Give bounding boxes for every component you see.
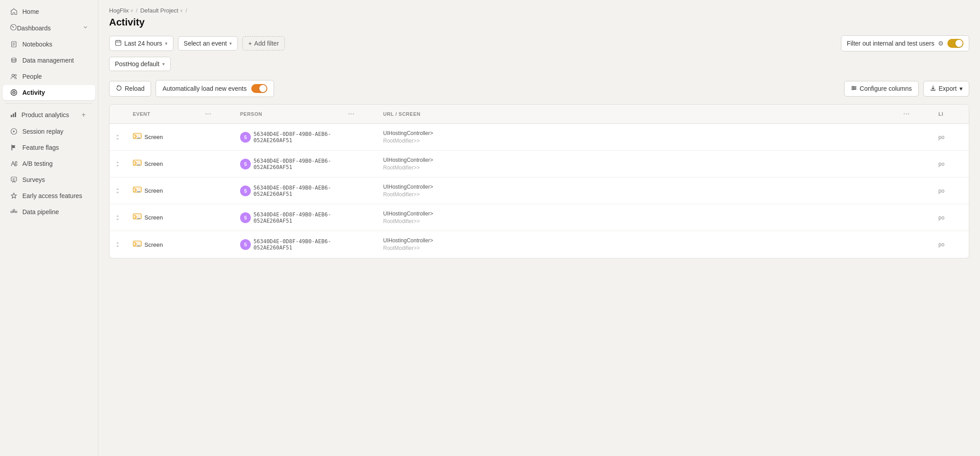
expand-icon[interactable] [115, 134, 120, 140]
filter-bar-2: PostHog default ▾ [109, 57, 969, 71]
expand-icon[interactable] [115, 161, 120, 167]
avatar[interactable]: 5 [240, 212, 251, 223]
export-icon [930, 85, 936, 93]
td-event: Screen [127, 128, 217, 146]
expand-icon[interactable] [115, 215, 120, 221]
screen-event-icon [133, 133, 142, 141]
td-url-sep [915, 160, 933, 169]
td-url-sep [915, 133, 933, 142]
th-url-more [915, 105, 933, 123]
chevron-right-icon: ∨ [130, 8, 133, 13]
chevron-down-icon: ▾ [229, 41, 232, 46]
avatar[interactable]: 5 [240, 132, 251, 143]
screen-event-icon [133, 186, 142, 195]
sidebar-item-feature-flags[interactable]: Feature flags [3, 140, 95, 155]
table-row: Screen 5 56340D4E-0D8F-49B0-AEB6-052AE26… [110, 204, 969, 231]
sidebar-item-label: Dashboards [17, 25, 51, 32]
column-options-icon[interactable]: ··· [903, 110, 910, 118]
expand-icon[interactable] [115, 241, 120, 248]
td-event-sep [217, 213, 235, 222]
sidebar-item-notebooks[interactable]: Notebooks [3, 37, 95, 52]
add-filter-button[interactable]: + Add filter [242, 36, 284, 51]
svg-rect-13 [12, 145, 13, 151]
avatar[interactable]: 5 [240, 186, 251, 196]
breadcrumb-hogflix[interactable]: HogFlix ∨ [109, 7, 133, 14]
table-row: Screen 5 56340D4E-0D8F-49B0-AEB6-052AE26… [110, 231, 969, 258]
sidebar-item-label: Home [22, 8, 39, 15]
reload-label: Reload [125, 85, 144, 92]
sidebar-item-product-analytics[interactable]: Product analytics + [3, 107, 95, 123]
column-options-icon[interactable]: ··· [348, 110, 355, 118]
person-id: 56340D4E-0D8F-49B0-AEB6-052AE260AF51 [253, 131, 355, 144]
chevron-down-icon: ▾ [162, 61, 165, 67]
sidebar-item-data-management[interactable]: Data management [3, 53, 95, 68]
column-options-icon[interactable]: ··· [205, 110, 211, 118]
main-content: HogFlix ∨ / Default Project ∨ / Activity… [98, 0, 980, 456]
svg-rect-9 [11, 115, 12, 117]
td-event: Screen [127, 236, 217, 253]
breadcrumb-project[interactable]: Default Project ∨ [140, 7, 183, 14]
svg-rect-22 [133, 133, 141, 139]
plus-icon: + [248, 40, 252, 47]
time-range-filter[interactable]: Last 24 hours ▾ [109, 36, 173, 51]
sidebar-item-people[interactable]: People [3, 69, 95, 84]
breadcrumb: HogFlix ∨ / Default Project ∨ / [98, 0, 980, 16]
event-name: Screen [144, 187, 163, 194]
select-event-filter[interactable]: Select an event ▾ [178, 36, 238, 51]
td-event-sep [217, 186, 235, 195]
configure-icon [851, 85, 857, 93]
toggle-switch[interactable] [947, 39, 963, 48]
td-person-sep [360, 133, 378, 142]
session-replay-icon [10, 127, 18, 135]
configure-columns-button[interactable]: Configure columns [844, 81, 919, 97]
td-url: UIHostingController>RootModifier>> [378, 206, 915, 230]
sidebar-item-data-pipeline[interactable]: Data pipeline [3, 204, 95, 220]
person-id: 56340D4E-0D8F-49B0-AEB6-052AE260AF51 [253, 158, 355, 170]
filter-internal-toggle[interactable] [947, 39, 963, 48]
gear-icon[interactable]: ⚙ [938, 40, 944, 47]
sidebar-item-activity[interactable]: Activity [3, 85, 95, 100]
posthog-default-filter[interactable]: PostHog default ▾ [109, 57, 171, 71]
avatar[interactable]: 5 [240, 239, 251, 250]
sidebar-item-session-replay[interactable]: Session replay [3, 124, 95, 139]
sidebar-item-home[interactable]: Home [3, 4, 95, 19]
person-id: 56340D4E-0D8F-49B0-AEB6-052AE260AF51 [253, 238, 355, 251]
td-person: 5 56340D4E-0D8F-49B0-AEB6-052AE260AF51 [235, 234, 360, 255]
data-pipeline-icon [10, 208, 18, 216]
event-name: Screen [144, 160, 163, 167]
svg-rect-28 [133, 214, 141, 219]
td-url-sep [915, 186, 933, 195]
td-li: po [933, 183, 969, 198]
td-url-sep [915, 240, 933, 249]
table-row: Screen 5 56340D4E-0D8F-49B0-AEB6-052AE26… [110, 124, 969, 151]
toggle-switch[interactable] [251, 84, 267, 93]
td-url-sep [915, 213, 933, 222]
content-area: Last 24 hours ▾ Select an event ▾ + Add … [98, 35, 980, 456]
td-url: UIHostingController>RootModifier>> [378, 152, 915, 176]
event-name: Screen [144, 241, 163, 248]
expand-icon[interactable] [115, 188, 120, 194]
table-row: Screen 5 56340D4E-0D8F-49B0-AEB6-052AE26… [110, 177, 969, 204]
th-url: URL / SCREEN ··· [378, 105, 915, 123]
sidebar-item-surveys[interactable]: Surveys [3, 172, 95, 187]
add-filter-label: Add filter [254, 40, 279, 47]
td-person-sep [360, 240, 378, 249]
avatar[interactable]: 5 [240, 159, 251, 169]
td-li: po [933, 210, 969, 225]
export-button[interactable]: Export ▾ [923, 81, 969, 97]
auto-load-toggle[interactable] [251, 84, 267, 93]
sidebar-item-label: People [22, 73, 42, 80]
sidebar-item-ab-testing[interactable]: A/B testing [3, 156, 95, 171]
plus-icon[interactable]: + [79, 110, 88, 119]
th-event: EVENT ··· [127, 105, 217, 123]
auto-load-box: Automatically load new events [156, 80, 274, 97]
export-label: Export [939, 85, 957, 92]
url-value: UIHostingController>RootModifier>> [383, 156, 433, 172]
breadcrumb-project-label: Default Project [140, 7, 178, 14]
reload-icon [116, 85, 122, 93]
sidebar-item-early-access[interactable]: Early access features [3, 188, 95, 203]
reload-button[interactable]: Reload [109, 81, 151, 97]
chevron-down-icon: ▾ [165, 41, 168, 46]
sidebar-item-label: Early access features [22, 192, 82, 199]
sidebar-item-dashboards[interactable]: Dashboards [3, 20, 95, 36]
